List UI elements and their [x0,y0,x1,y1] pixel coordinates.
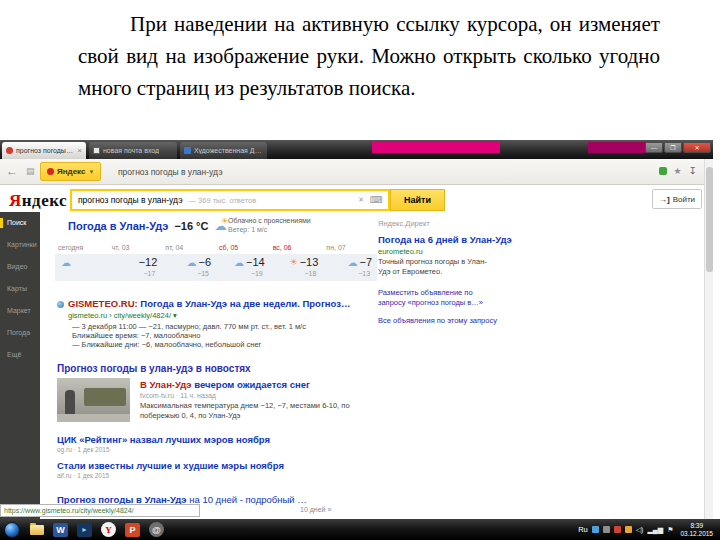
tab-mail[interactable]: новая почта вход [89,142,177,159]
tab-favicon [184,147,191,154]
tab-weather-search[interactable]: прогноз погоды в ул… × [2,142,86,159]
forecast-low: −15 [162,270,216,277]
yandex-logo[interactable]: Яндекс [9,191,67,211]
forecast-temp: −6 [198,256,211,268]
tray-icon[interactable] [603,526,610,533]
sun-icon: ☀ [290,257,298,267]
forecast-strip: сегодня ☁ чт, 03 −12 −17 пт, 04 ☁−6 −15 … [55,242,377,282]
search-icons: ✕ ⌨ [358,195,388,205]
network-icon[interactable]: ▂▄▆ [647,526,663,534]
result-snippet: — 3 декабря 11:00 — −21, пасмурно; давл.… [72,322,306,331]
login-icon: →] [659,195,670,204]
minimize-button[interactable]: — [645,142,663,153]
explorer-icon[interactable] [30,525,44,535]
search-button[interactable]: Найти [390,189,445,211]
all-ads-link[interactable]: Все объявления по этому запросу [378,316,497,325]
download-icon[interactable]: ↧ [689,165,697,176]
tray-icon[interactable] [625,526,632,533]
forecast-low: −18 [270,270,324,277]
search-hint: — 369 тыс. ответов [188,196,256,205]
forecast-temp: −14 [246,256,265,268]
result-title-link[interactable]: GISMETEO.RU: Погода в Улан-Удэ на две не… [68,298,351,309]
speaker-icon[interactable]: ◁) [636,526,644,534]
search-input[interactable]: прогноз погоды в улан-удэ — 369 тыс. отв… [70,189,390,211]
forecast-col: сб, 05 ☁−14 −19 [216,242,270,277]
clear-icon[interactable]: ✕ [358,196,364,204]
taskbar-icons: W ► Y P @ [30,522,164,537]
cloud-icon: ☁ [347,257,357,268]
forecast-col-today: сегодня ☁ [55,242,109,277]
tab-title: прогноз погоды в ул… [16,147,74,154]
toolbar-right-icons: ★ ↧ [659,165,697,176]
magenta-overlay [588,142,648,153]
sidebar-label: Погода [7,329,30,336]
browser-window: прогноз погоды в ул… × новая почта вход … [0,140,713,519]
clock[interactable]: 8:39 03.12.2015 [677,522,716,538]
forecast-day: пт, 04 [162,242,216,254]
sidebar-item-images[interactable]: Картинки [0,234,40,256]
login-label: Войти [673,195,695,204]
back-icon[interactable]: ← [6,164,18,178]
chevron-down-icon: ▼ [88,169,94,175]
sidebar-item-weather[interactable]: Погода [0,322,40,344]
close-icon[interactable]: × [77,146,82,155]
logo-rest: ндекс [22,191,67,210]
forecast-col: пн, 07 ☁−7 −13 [323,242,377,277]
sidebar-label: Карты [7,285,27,292]
logo-first-letter: Я [9,191,22,210]
bookmark-star-icon[interactable]: ★ [674,166,682,176]
sidebar-item-market[interactable]: Маркет [0,300,40,322]
news-section-link[interactable]: Прогноз погоды в улан-удэ в новостях [57,363,251,374]
weather-title-link[interactable]: Погода в Улан-Удэ [68,220,168,232]
tab-strip: прогноз погоды в ул… × новая почта вход … [0,140,713,159]
tray-icon[interactable] [592,526,599,533]
sidebar-item-search[interactable]: Поиск [0,212,40,234]
thumbnail-car-shape [84,388,126,406]
flag-icon[interactable]: ⚑ [667,526,673,534]
slide-paragraph: При наведении на активную ссылку курсора… [78,8,660,104]
start-button[interactable] [4,522,20,538]
windows-taskbar: W ► Y P @ Ru ◁) ▂▄▆ ⚑ 8:39 03.12.2015 [0,519,720,540]
ad-text: Точный прогноз погоды в Улан-Удэ от Евро… [378,257,496,276]
direct-label: Яндекс.Директ [378,219,430,228]
extension-icon[interactable] [659,167,667,175]
forecast-day: чт, 03 [109,242,163,254]
scrollbar[interactable] [704,159,713,519]
media-player-icon[interactable]: ► [77,523,92,537]
news-link[interactable]: ЦИК «Рейтинг» назвал лучших мэров ноября [57,434,270,445]
language-indicator[interactable]: Ru [578,525,588,534]
sidebar-item-video[interactable]: Видео [0,256,40,278]
login-button[interactable]: →] Войти [652,189,702,209]
maximize-button[interactable]: ❐ [664,142,682,153]
news-link[interactable]: Стали известны лучшие и худшие мэры нояб… [57,460,284,471]
tab-third[interactable]: Художественная Дорож… [180,142,267,159]
sidebar-item-more[interactable]: Ещё [0,344,40,366]
address-bar[interactable]: прогноз погоды в улан-удэ [118,167,222,177]
yandex-favicon [47,168,54,175]
news-snippet: Максимальная температура днем −12, −7, м… [140,401,370,420]
clock-date: 03.12.2015 [680,530,713,538]
yandex-browser-icon[interactable]: Y [101,522,116,537]
result-domain: GISMETEO.RU: [68,298,138,309]
result-url[interactable]: gismeteo.ru › city/weekly/4824/ ▾ [68,311,177,320]
result-snippet: — Ближайшие дни: −6, малооблачно, неболь… [72,340,261,349]
ad-url: eurometeo.ru [378,247,423,256]
page-icon[interactable]: ▤ [26,166,35,176]
tray-icon[interactable] [614,526,621,533]
place-ad-link[interactable]: Разместить объявление по запросу «прогно… [378,288,500,307]
assistant-icon[interactable]: @ [149,522,164,537]
powerpoint-icon[interactable]: P [125,523,140,537]
close-window-button[interactable]: ✕ [683,142,711,153]
scrollbar-thumb[interactable] [706,167,713,272]
more-link-rest: на 10 дней - подробный … [187,494,307,505]
news-item-title-link[interactable]: В Улан-Удэ вечером ожидается снег [140,379,310,390]
engine-label: Яндекс [57,167,85,176]
word-icon[interactable]: W [53,523,68,537]
news-thumbnail[interactable] [57,378,130,422]
weather-condition: Облачно с прояснениями Ветер: 1 м/с [228,216,311,234]
sidebar-item-maps[interactable]: Карты [0,278,40,300]
keyboard-icon[interactable]: ⌨ [370,195,383,205]
ad-title-link[interactable]: Погода на 6 дней в Улан-Удэ [378,234,512,245]
search-engine-chip[interactable]: Яндекс ▼ [40,162,101,181]
cloud-icon: ☁ [186,257,196,268]
